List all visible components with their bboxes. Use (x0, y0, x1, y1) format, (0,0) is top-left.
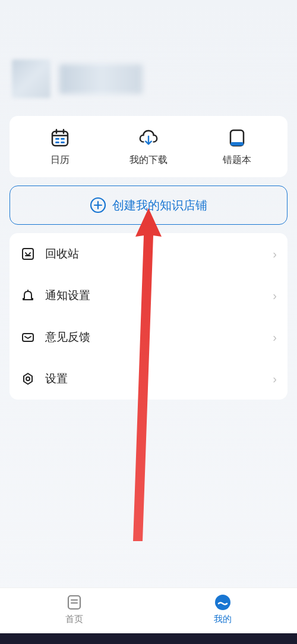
chevron-right-icon: › (273, 372, 277, 386)
downloads-action[interactable]: 我的下载 (119, 128, 178, 167)
feedback-label: 意见反馈 (45, 329, 263, 345)
bottom-edge (0, 633, 297, 644)
mail-icon (20, 329, 36, 345)
calendar-action[interactable]: 日历 (30, 128, 90, 167)
settings-card: 回收站 › 通知设置 › 意见反馈 › (10, 233, 287, 400)
notification-label: 通知设置 (45, 288, 263, 303)
calendar-icon (50, 128, 70, 148)
svg-rect-14 (23, 249, 33, 259)
settings-label: 设置 (45, 371, 263, 387)
bell-icon (20, 288, 36, 303)
user-avatar[interactable] (12, 59, 50, 98)
create-store-button[interactable]: 创建我的知识店铺 (10, 186, 287, 225)
plus-circle-icon (90, 197, 106, 213)
wrongbook-label: 错题本 (223, 154, 251, 167)
settings-item[interactable]: 设置 › (10, 358, 287, 400)
recycle-label: 回收站 (45, 246, 263, 262)
cloud-download-icon (138, 128, 159, 148)
nav-home-label: 首页 (65, 614, 83, 625)
svg-point-18 (26, 377, 30, 381)
svg-rect-0 (52, 131, 68, 146)
home-page-icon (65, 593, 84, 612)
notebook-icon (227, 128, 247, 148)
recycle-icon (20, 246, 36, 262)
svg-point-22 (215, 595, 230, 610)
svg-rect-5 (61, 138, 65, 140)
svg-rect-6 (55, 142, 59, 143)
svg-rect-16 (23, 334, 33, 341)
gear-icon (20, 371, 36, 387)
calendar-label: 日历 (50, 154, 69, 167)
svg-marker-17 (24, 373, 32, 384)
recycle-bin-item[interactable]: 回收站 › (10, 233, 287, 275)
wrongbook-action[interactable]: 错题本 (207, 128, 267, 167)
feedback-item[interactable]: 意见反馈 › (10, 316, 287, 358)
user-name[interactable] (59, 64, 143, 94)
svg-rect-4 (55, 138, 59, 140)
notification-settings-item[interactable]: 通知设置 › (10, 275, 287, 316)
create-store-label: 创建我的知识店铺 (112, 197, 207, 213)
svg-rect-10 (230, 142, 244, 146)
chevron-right-icon: › (273, 331, 277, 344)
quick-actions-card: 日历 我的下载 错题本 (10, 116, 287, 177)
chevron-right-icon: › (273, 289, 277, 303)
nav-mine-label: 我的 (214, 614, 232, 625)
chevron-right-icon: › (273, 247, 277, 261)
bottom-navigation: 首页 我的 (0, 588, 297, 644)
downloads-label: 我的下载 (129, 154, 168, 167)
svg-rect-7 (61, 142, 65, 143)
profile-header (0, 0, 297, 116)
profile-icon (213, 593, 232, 612)
